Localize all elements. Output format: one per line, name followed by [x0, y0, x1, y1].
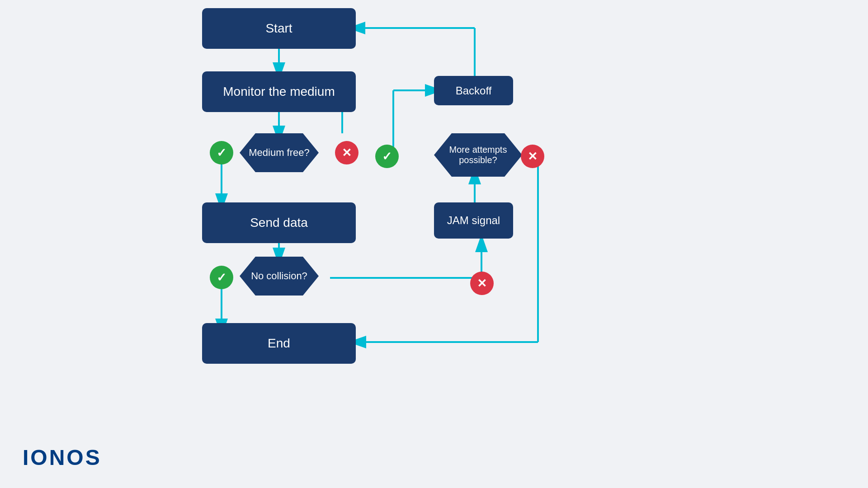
more-attempts-yes-check: ✓: [375, 145, 399, 168]
more-attempts-hex: More attempts possible?: [434, 133, 522, 177]
send-data-box: Send data: [202, 202, 356, 243]
medium-free-yes-check: ✓: [210, 141, 233, 164]
no-collision-hex: No collision?: [240, 257, 319, 296]
arrows-svg: [0, 0, 868, 488]
more-attempts-no-x: ✕: [521, 145, 544, 168]
start-box: Start: [202, 8, 356, 49]
medium-free-no-x: ✕: [335, 141, 359, 164]
medium-free-hex: Medium free?: [240, 133, 319, 172]
jam-signal-box: JAM signal: [434, 202, 513, 239]
no-collision-no-x: ✕: [470, 272, 494, 295]
ionos-logo: IONOS: [23, 445, 102, 470]
no-collision-yes-check: ✓: [210, 266, 233, 289]
backoff-box: Backoff: [434, 76, 513, 105]
monitor-box: Monitor the medium: [202, 71, 356, 112]
end-box: End: [202, 323, 356, 364]
diagram-container: Start Monitor the medium Medium free? Se…: [0, 0, 868, 488]
